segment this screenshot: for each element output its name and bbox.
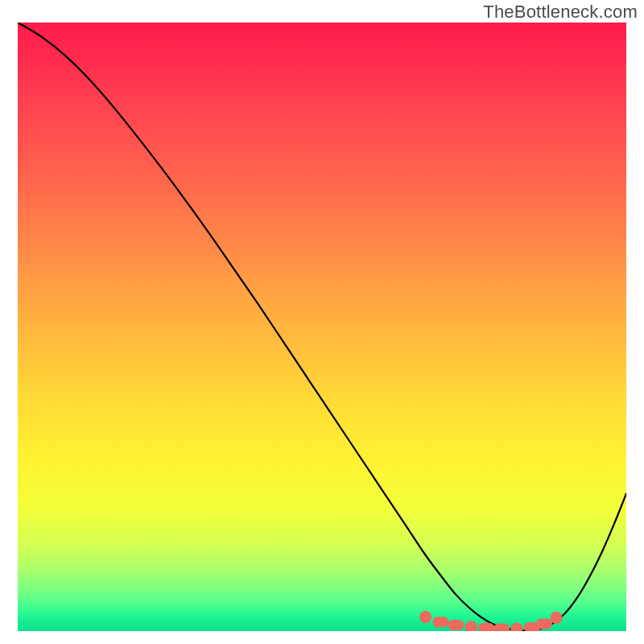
marker-pill: [432, 617, 448, 627]
marker-pill: [478, 623, 494, 631]
marker-pill: [448, 620, 464, 630]
watermark-text: TheBottleneck.com: [483, 2, 638, 23]
marker-pill: [536, 618, 552, 629]
chart-canvas: TheBottleneck.com: [0, 0, 644, 644]
marker-dot: [419, 611, 431, 623]
marker-dot: [551, 612, 563, 624]
gradient-background: [18, 23, 626, 631]
plot-svg: [18, 23, 626, 631]
marker-pill: [493, 623, 510, 631]
plot-area: [18, 23, 626, 631]
